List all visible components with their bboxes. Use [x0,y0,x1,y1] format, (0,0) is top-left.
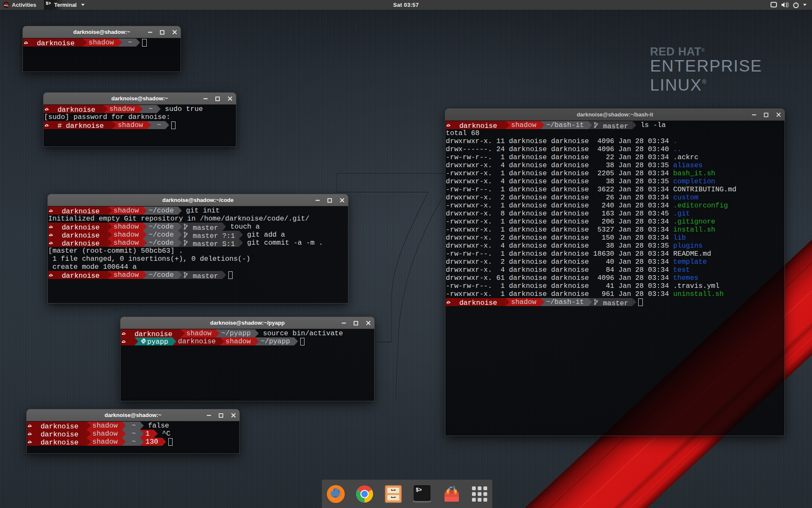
svg-text:$>: $> [416,487,422,493]
svg-text:$>: $> [46,1,51,6]
